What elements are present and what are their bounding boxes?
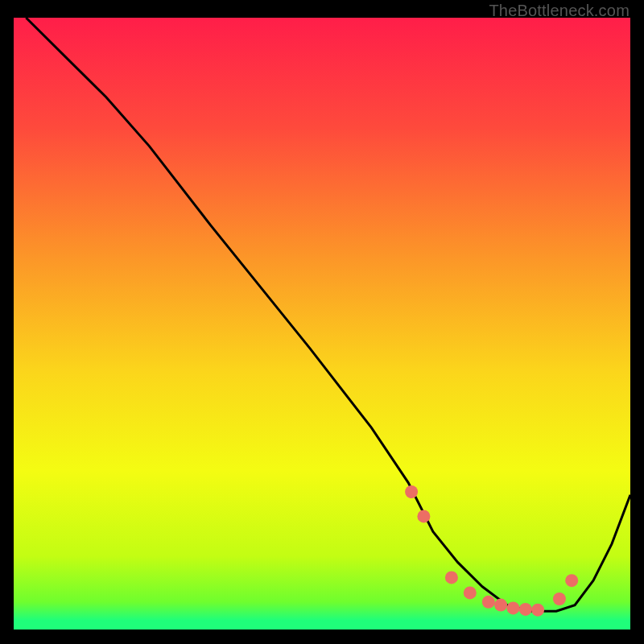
marker-point xyxy=(553,592,566,605)
marker-point xyxy=(565,574,578,587)
marker-point xyxy=(519,603,532,616)
marker-point xyxy=(482,596,495,609)
marker-point xyxy=(507,601,520,614)
marker-point xyxy=(417,510,430,522)
marker-point xyxy=(445,571,458,584)
bottleneck-chart xyxy=(14,18,630,630)
marker-point xyxy=(464,586,477,599)
marker-point xyxy=(494,599,507,612)
marker-point xyxy=(531,604,544,617)
watermark-text: TheBottleneck.com xyxy=(489,2,630,20)
chart-frame xyxy=(14,18,630,630)
marker-point xyxy=(405,485,418,498)
gradient-background xyxy=(14,18,630,630)
